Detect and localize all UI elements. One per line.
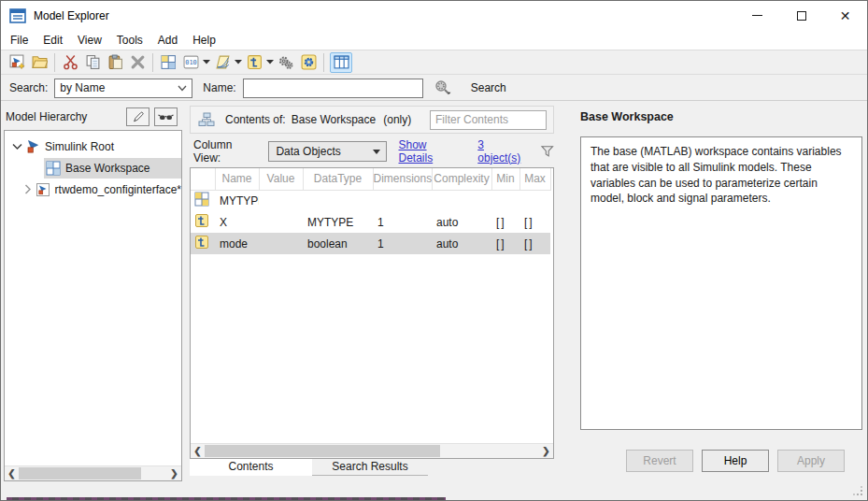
column-header-min[interactable]: Min — [491, 168, 519, 190]
expand-collapse-chevron[interactable] — [21, 184, 35, 194]
cell-datatype: boolean — [303, 233, 373, 254]
close-icon: ✕ — [840, 9, 851, 22]
minimize-button[interactable] — [735, 1, 779, 30]
table-row-mytype[interactable]: MYTYPE — [191, 190, 550, 211]
tree-item-simulink-root[interactable]: Simulink Root — [5, 136, 181, 157]
dialog-pane-toggle[interactable] — [330, 52, 352, 73]
scroll-left-icon[interactable]: ❮ — [191, 444, 205, 458]
window-title: Model Explorer — [34, 9, 109, 22]
desktop-edge-artifact — [7, 497, 446, 500]
tree-item-label: Simulink Root — [45, 140, 114, 153]
hierarchy-horizontal-scrollbar[interactable]: ❮ ❯ — [5, 465, 181, 480]
name-input[interactable] — [243, 79, 423, 98]
add-lookup-table-button[interactable] — [211, 52, 234, 73]
new-model-icon — [9, 54, 25, 70]
gear-badge-icon — [301, 54, 317, 70]
scrollbar-thumb[interactable] — [205, 445, 440, 457]
menu-edit[interactable]: Edit — [36, 34, 70, 47]
cut-icon — [63, 54, 78, 70]
scrollbar-thumb[interactable] — [19, 467, 141, 480]
toolbar: 010 — [1, 50, 867, 75]
search-by-value: by Name — [60, 81, 105, 94]
add-data-type-dropdown[interactable] — [202, 52, 211, 73]
scroll-left-icon[interactable]: ❮ — [5, 466, 19, 480]
maximize-button[interactable] — [779, 1, 823, 30]
menu-add[interactable]: Add — [150, 34, 185, 47]
pencil-button[interactable] — [126, 107, 149, 126]
cell-dimensions — [373, 190, 432, 211]
column-view-label: Column View: — [193, 138, 260, 165]
tree-item-base-workspace[interactable]: Base Workspace — [5, 157, 181, 179]
delete-button[interactable] — [126, 52, 149, 73]
search-button[interactable]: Search — [465, 79, 512, 96]
tab-contents[interactable]: Contents — [190, 459, 312, 476]
paste-button[interactable] — [104, 52, 126, 73]
parameter-icon — [247, 54, 263, 70]
object-count-link[interactable]: 3 object(s) — [477, 138, 528, 165]
add-parameter-button[interactable] — [243, 52, 265, 73]
cut-button[interactable] — [59, 52, 81, 73]
search-by-select[interactable]: by Name — [54, 79, 192, 98]
add-data-type-button[interactable]: 010 — [179, 52, 202, 73]
menu-help[interactable]: Help — [185, 34, 223, 47]
help-button[interactable]: Help — [702, 450, 769, 472]
simulink-root-icon — [25, 139, 40, 154]
glasses-button[interactable] — [154, 107, 178, 126]
hierarchy-tree: Simulink Root Base Workspace — [4, 130, 182, 481]
scroll-right-icon[interactable]: ❯ — [539, 444, 553, 458]
column-header-complexity[interactable]: Complexity — [432, 168, 491, 190]
cell-dimensions: 1 — [373, 233, 432, 254]
column-header-name[interactable]: Name — [215, 168, 259, 190]
open-button[interactable] — [28, 52, 50, 73]
new-model-button[interactable] — [6, 52, 28, 73]
column-view-select[interactable]: Data Objects — [268, 141, 386, 162]
funnel-icon[interactable] — [540, 144, 554, 159]
preferences-button[interactable] — [297, 52, 320, 73]
tab-search-results[interactable]: Search Results — [312, 459, 428, 476]
column-view-row: Column View: Data Objects Show Details 3… — [190, 138, 554, 164]
tree-item-label: Base Workspace — [65, 162, 150, 175]
add-bus-button[interactable] — [157, 52, 179, 73]
menu-view[interactable]: View — [70, 34, 109, 47]
tree-item-rtwdemo-configinterface[interactable]: rtwdemo_configinterface* — [5, 179, 181, 200]
revert-button[interactable]: Revert — [626, 450, 693, 472]
maximize-icon — [797, 11, 806, 21]
table-row-mode[interactable]: mode boolean 1 auto [] [] — [191, 233, 550, 254]
model-hierarchy-title: Model Hierarchy — [6, 110, 87, 123]
cell-max: [] — [519, 211, 550, 233]
add-lookup-table-dropdown[interactable] — [234, 52, 243, 73]
cell-dimensions: 1 — [373, 211, 432, 233]
icon-column-header[interactable] — [191, 168, 215, 190]
table-horizontal-scrollbar[interactable]: ❮ ❯ — [191, 443, 553, 458]
chevron-down-icon — [178, 85, 187, 92]
search-label: Search: — [9, 81, 48, 94]
menu-file[interactable]: File — [3, 34, 36, 47]
table-row-x[interactable]: X MYTYPE 1 auto [] [] — [191, 211, 550, 233]
configuration-button[interactable] — [275, 52, 297, 73]
scroll-right-icon[interactable]: ❯ — [167, 466, 181, 480]
column-header-dimensions[interactable]: Dimensions — [373, 168, 432, 190]
menu-tools[interactable]: Tools — [109, 34, 150, 47]
cell-complexity — [432, 190, 491, 211]
dialog-buttons: Revert Help Apply — [626, 450, 845, 472]
copy-button[interactable] — [81, 52, 104, 73]
pencil-icon — [132, 110, 145, 123]
filter-contents-input[interactable] — [430, 110, 547, 130]
model-hierarchy-header: Model Hierarchy — [4, 104, 183, 130]
column-header-datatype[interactable]: DataType — [303, 168, 373, 190]
search-options-button[interactable] — [432, 78, 456, 98]
close-button[interactable]: ✕ — [823, 1, 867, 30]
copy-icon — [85, 54, 101, 70]
column-header-value[interactable]: Value — [259, 168, 303, 190]
model-hierarchy-panel: Model Hierarchy — [4, 104, 183, 500]
add-parameter-dropdown[interactable] — [265, 52, 275, 73]
expand-collapse-chevron[interactable] — [8, 143, 25, 150]
search-bar: Search: by Name Name: Search — [1, 76, 867, 101]
chevron-down-icon — [235, 60, 242, 64]
open-folder-icon — [32, 54, 48, 70]
resize-grip-icon[interactable] — [853, 486, 863, 496]
column-header-max[interactable]: Max — [519, 168, 550, 190]
contents-of-label: Contents of: — [225, 113, 286, 126]
show-details-link[interactable]: Show Details — [399, 138, 462, 165]
apply-button[interactable]: Apply — [777, 450, 845, 472]
